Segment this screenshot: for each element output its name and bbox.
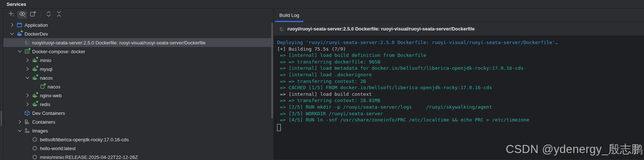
tree-item-label: bellsoft/liberica-openjdk-rocky:17.0.16-…	[40, 137, 129, 142]
chevron-right-icon[interactable]	[25, 92, 30, 98]
docker-whale-icon	[32, 66, 38, 72]
status-running-dot	[28, 48, 31, 50]
docker-whale-icon	[32, 57, 38, 63]
spinner-icon	[24, 40, 30, 46]
dev-container-cube-icon	[24, 110, 30, 116]
log-line: => [3/5] WORKDIR /ruoyi/seata-server	[277, 110, 644, 117]
status-running-dot	[44, 83, 46, 86]
terminal-cursor	[277, 124, 281, 131]
tree-item-label: Docker-compose: docker	[32, 49, 85, 54]
tree-scrollbar[interactable]	[271, 23, 273, 119]
tree-item[interactable]: mysql	[3, 65, 273, 73]
status-running-dot	[36, 92, 38, 94]
log-line: => [4/5] RUN ln -snf /usr/share/zoneinfo…	[277, 117, 644, 123]
tree-item[interactable]: Containers	[3, 117, 273, 126]
docker-whale-icon	[16, 31, 22, 37]
tree-item[interactable]: nacos	[3, 73, 273, 82]
image-circle-icon	[32, 154, 38, 160]
log-line: => => transferring context: 2B	[277, 78, 644, 85]
tree-item[interactable]: Images	[3, 126, 273, 135]
tree-item[interactable]: nacos	[3, 82, 273, 91]
compose-icon	[24, 48, 30, 54]
status-running-dot	[36, 101, 38, 103]
build-log-panel: Build Log ruoyi/ruoyi-seata-server:2.5.0…	[274, 8, 644, 160]
chevron-spacer	[32, 84, 38, 90]
build-log-console[interactable]: Deploying 'ruoyi/ruoyi-seata-server:2.5.…	[274, 36, 644, 160]
chevron-right-icon[interactable]	[25, 66, 30, 72]
new-tab-button[interactable]	[29, 11, 37, 19]
tree-item[interactable]: bellsoft/liberica-openjdk-rocky:17.0.16-…	[3, 135, 273, 144]
tab-bar: Build Log	[274, 8, 644, 22]
tree-item[interactable]: minio/minio:RELEASE.2025-04-22T22-12-26Z	[3, 153, 273, 160]
chevron-spacer	[25, 154, 30, 160]
status-running-dot	[36, 57, 38, 59]
services-tool-window: Services	[0, 0, 644, 160]
collapse-all-button[interactable]	[55, 11, 63, 19]
chevron-spacer	[25, 145, 30, 151]
image-circle-icon	[32, 145, 38, 151]
docker-whale-icon	[32, 101, 38, 107]
tree-item[interactable]: Docker-compose: docker	[3, 47, 273, 56]
chevron-right-icon[interactable]	[25, 101, 30, 107]
tab-build-log-label: Build Log	[279, 12, 299, 18]
log-lines: Deploying 'ruoyi/ruoyi-seata-server:2.5.…	[277, 39, 644, 123]
log-line: => [internal] load build definition from…	[277, 52, 644, 59]
chevron-down-icon[interactable]	[9, 31, 15, 37]
show-services-toggle[interactable]	[17, 11, 27, 19]
chevron-right-icon[interactable]	[17, 119, 23, 125]
expand-all-button[interactable]	[44, 11, 53, 19]
tool-window-stripe	[0, 8, 3, 160]
tree-item-label: ruoyi/ruoyi-seata-server:2.5.0 Dockerfil…	[32, 40, 205, 46]
docker-whale-icon	[32, 75, 38, 81]
container-icon	[40, 84, 45, 90]
status-running-dot	[21, 30, 23, 33]
tree-item[interactable]: ruoyi/ruoyi-seata-server:2.5.0 Dockerfil…	[3, 38, 273, 47]
stripe-scroll-handle[interactable]	[1, 110, 2, 126]
images-icon	[24, 128, 30, 134]
tab-build-log[interactable]: Build Log	[275, 8, 304, 22]
collapse-all-icon	[55, 10, 63, 19]
chevron-down-icon[interactable]	[17, 48, 23, 54]
log-line: Deploying 'ruoyi/ruoyi-seata-server:2.5.…	[277, 39, 644, 46]
add-service-button[interactable]	[7, 11, 16, 19]
tree-item-label: minio/minio:RELEASE.2025-04-22T22-12-26Z	[40, 154, 138, 160]
tree-item-label: redis	[40, 102, 50, 107]
build-log-header: ruoyi/ruoyi-seata-server:2.5.0 Dockerfil…	[274, 22, 644, 36]
tree-item[interactable]: redis	[3, 100, 273, 109]
app-window-icon	[16, 22, 22, 28]
chevron-spacer	[25, 137, 30, 142]
tree-item[interactable]: hello-world:latest	[3, 144, 273, 153]
chevron-down-icon[interactable]	[25, 75, 30, 81]
toolbar-divider	[41, 11, 41, 18]
tree-item-label: Application	[25, 22, 48, 28]
tool-window-title: Services	[7, 1, 26, 7]
tree-item-label: nacos	[48, 84, 60, 90]
tree-item-label: Images	[32, 128, 48, 134]
services-toolbar	[3, 8, 273, 21]
services-tree-panel: ApplicationDockerDevruoyi/ruoyi-seata-se…	[3, 8, 274, 160]
log-line: [+] Building 75.5s (7/9)	[277, 46, 644, 52]
image-circle-icon	[32, 137, 38, 142]
log-line: => => transferring dockerfile: 965B	[277, 59, 644, 65]
tree-item-label: hello-world:latest	[40, 146, 76, 151]
tree-item[interactable]: minio	[3, 56, 273, 65]
tree-item-label: DockerDev	[25, 31, 48, 37]
progress-spinner-icon	[279, 26, 285, 32]
status-running-dot	[36, 74, 38, 77]
log-line: => CACHED [1/5] FROM docker.io/bellsoft/…	[277, 84, 644, 91]
chevron-spacer	[17, 110, 23, 116]
tool-window-body: ApplicationDockerDevruoyi/ruoyi-seata-se…	[0, 8, 644, 160]
tree-item[interactable]: Application	[3, 21, 273, 29]
tool-window-header: Services	[0, 0, 644, 8]
chevron-right-icon[interactable]	[25, 57, 30, 63]
log-line: => [2/5] RUN mkdir -p /ruoyi/seata-serve…	[277, 104, 644, 110]
tree-item-label: nginx-web	[40, 93, 62, 98]
tree-item[interactable]: Dev Containers	[3, 109, 273, 117]
add-icon	[8, 10, 15, 19]
log-line: => [internal] load metadata for docker.i…	[277, 65, 644, 72]
tree-item[interactable]: nginx-web	[3, 91, 273, 100]
chevron-down-icon[interactable]	[17, 128, 23, 134]
tree-item[interactable]: DockerDev	[3, 29, 273, 38]
chevron-right-icon[interactable]	[9, 22, 15, 28]
docker-whale-icon	[32, 92, 38, 98]
